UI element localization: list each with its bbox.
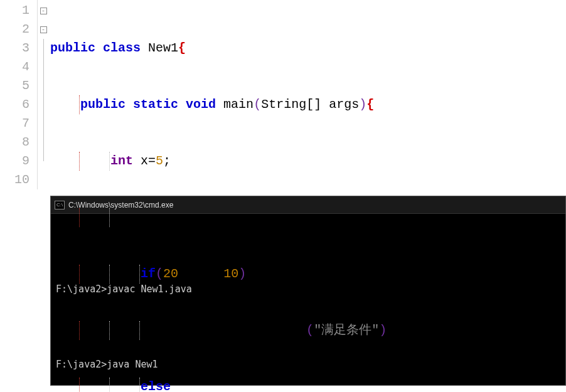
- line-number: 2: [0, 20, 29, 39]
- line-number: 6: [0, 95, 29, 114]
- line-number: 9: [0, 152, 29, 171]
- code-line[interactable]: public class New1{: [49, 39, 566, 58]
- line-number: 3: [0, 39, 29, 58]
- code-area[interactable]: public class New1{ public static void ma…: [49, 0, 566, 189]
- code-line[interactable]: [49, 208, 566, 227]
- line-number: 1: [0, 1, 29, 20]
- fold-column: - -: [38, 0, 49, 189]
- code-line[interactable]: if(20<x&&x<10): [49, 265, 566, 283]
- line-number: 10: [0, 171, 29, 189]
- line-number: 8: [0, 133, 29, 152]
- code-line[interactable]: else: [49, 378, 566, 392]
- line-number-gutter: 1 2 3 4 5 6 7 8 9 10: [0, 0, 38, 189]
- fold-toggle-icon[interactable]: -: [40, 26, 47, 33]
- code-line[interactable]: int x=5;: [49, 152, 566, 171]
- code-line[interactable]: System.out.println("满足条件");: [49, 321, 566, 340]
- line-number: 5: [0, 77, 29, 95]
- code-editor[interactable]: 1 2 3 4 5 6 7 8 9 10 - - public class Ne…: [0, 0, 566, 189]
- code-line[interactable]: public static void main(String[] args){: [49, 95, 566, 114]
- fold-toggle-icon[interactable]: -: [40, 8, 47, 14]
- line-number: 4: [0, 58, 29, 77]
- line-number: 7: [0, 114, 29, 133]
